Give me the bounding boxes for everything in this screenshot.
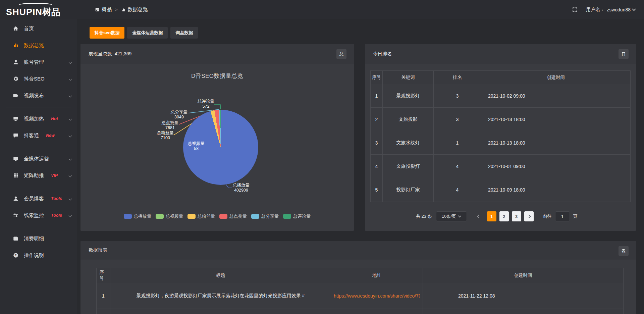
pagination-total: 共 23 条 [416, 213, 432, 219]
sliders-icon [13, 212, 19, 218]
page-button-1[interactable]: 1 [487, 211, 496, 221]
tab-media-ops-data[interactable]: 全媒体运营数据 [127, 27, 168, 39]
pie-chart-title: D音SEO数据量总览 [80, 72, 354, 80]
pie-callout-fans: 总粉丝量7100 [157, 130, 174, 141]
chevron-down-icon [632, 7, 636, 11]
legend-item-shares[interactable]: 总分享量 [251, 213, 279, 219]
page-button-3[interactable]: 3 [512, 211, 521, 221]
user-icon [13, 59, 19, 65]
sidebar-item-matrix-boost[interactable]: 矩阵助推 VIP [0, 167, 77, 184]
sidebar-divider [6, 187, 71, 187]
sidebar-item-label: 视频发布 [24, 93, 44, 99]
table-row: 1 景观投影灯 3 2021-10-02 09:00 [371, 84, 630, 108]
sidebar-item-video-publish[interactable]: 视频发布 [0, 87, 77, 104]
pie-callout-comments: 总评论量572 [198, 99, 214, 109]
table-row: 1 景观投影灯，夜游景观投影灯厂家展示展示落花灯在花园里的灯光投影应用效果 # … [97, 283, 623, 309]
vip-tag: VIP [51, 173, 58, 178]
pagination: 共 23 条 10条/页 1 2 3 前往 页 [416, 211, 578, 222]
ranking-panel: 今日排名 日 序号 关键词 排名 创建时间 1 景观投影灯 3 2021-10-… [365, 44, 636, 231]
sidebar-item-doukettong[interactable]: 抖客通 New [0, 127, 77, 144]
report-table: 序号 标题 地址 创建时间 1 景观投影灯，夜游景观投影灯厂家展示展示落花灯在花… [96, 268, 624, 314]
tab-douyin-seo-data[interactable]: 抖音seo数据 [90, 27, 124, 39]
col-header-rank: 排名 [434, 71, 481, 84]
goto-page-input[interactable] [555, 211, 570, 221]
breadcrumb: 树品 > 数据总览 [95, 0, 148, 19]
fullscreen-icon[interactable] [572, 7, 578, 13]
sidebar-divider [6, 147, 71, 147]
logo-text-en: SHUPIN [6, 7, 42, 17]
table-row: 2 文旅投影 3 2021-10-13 18:00 [371, 108, 630, 131]
goto-label: 前往 [543, 213, 552, 219]
tab-inquiry-data[interactable]: 询盘数据 [170, 27, 198, 39]
day-badge[interactable]: 日 [619, 49, 629, 59]
legend-item-videos[interactable]: 总视频量 [156, 213, 183, 219]
col-header-created: 创建时间 [481, 71, 630, 84]
sidebar-item-member-burst[interactable]: 会员爆客 Tools [0, 190, 77, 207]
sidebar-item-video-heat[interactable]: 视频加热 Hot [0, 110, 77, 127]
pie-callout-likes: 总点赞量7681 [162, 120, 178, 130]
prev-page-button[interactable] [476, 215, 482, 218]
sidebar-item-label: 首页 [24, 25, 34, 32]
pie-legend: 总播放量 总视频量 总粉丝量 总点赞量 总分享量 总评论量 [80, 213, 354, 219]
legend-item-fans[interactable]: 总粉丝量 [187, 213, 215, 219]
page-size-select[interactable]: 10条/页 [436, 211, 467, 221]
user-menu[interactable]: 用户名：zswodun88 [586, 7, 635, 13]
breadcrumb-item-current[interactable]: 数据总览 [121, 6, 148, 13]
sidebar-item-label: 抖音SEO [24, 76, 45, 82]
video-link[interactable]: https://www.iesdouyin.com/share/video/70… [334, 293, 420, 299]
question-icon: ? [13, 252, 19, 258]
ranking-table-header: 序号 关键词 排名 创建时间 [371, 71, 630, 84]
ranking-panel-title: 今日排名 [365, 44, 636, 64]
sidebar-divider [6, 107, 71, 107]
top-bar: SHUPIN树品 树品 > 数据总览 用户名：zswodun88 [0, 0, 644, 19]
sidebar-item-home[interactable]: 首页 [0, 20, 77, 37]
page-button-2[interactable]: 2 [499, 211, 509, 221]
legend-item-plays[interactable]: 总播放量 [124, 213, 151, 219]
legend-swatch [156, 214, 164, 219]
pie-callout-shares: 总分享量3049 [171, 110, 187, 120]
impressions-panel: 展现量总数: 421,369 总 D音SEO数据量总览 总评论量572 总分享量… [80, 44, 354, 231]
sidebar: 首页 数据总览 账号管理 抖音SEO 视频发布 视频加热 Hot 抖客通 New… [0, 19, 77, 314]
brand-logo: SHUPIN树品 [6, 3, 80, 17]
col-header-index: 序号 [97, 268, 110, 283]
table-row: 3 文旅水纹灯 1 2021-10-13 18:00 [371, 131, 630, 155]
gear-icon [13, 76, 19, 82]
sidebar-item-label: 线索监控 [24, 212, 44, 219]
table-badge[interactable]: 表 [619, 246, 629, 256]
total-badge[interactable]: 总 [336, 49, 346, 59]
monitor-icon [13, 156, 19, 162]
chevron-down-icon [69, 214, 72, 217]
home-icon [13, 25, 19, 32]
sidebar-item-label: 账号管理 [24, 59, 44, 65]
legend-swatch [187, 214, 196, 219]
legend-item-likes[interactable]: 总点赞量 [219, 213, 247, 219]
hot-tag: Hot [51, 116, 58, 121]
pie-callout-plays: 总播放量402909 [233, 183, 250, 193]
main-content: 抖音seo数据 全媒体运营数据 询盘数据 展现量总数: 421,369 总 D音… [77, 19, 644, 314]
chevron-down-icon [69, 134, 72, 137]
sidebar-item-label: 视频加热 [24, 116, 44, 122]
chevron-down-icon [69, 197, 72, 200]
sidebar-item-data-overview[interactable]: 数据总览 [0, 37, 77, 54]
sidebar-item-spend-detail[interactable]: 消费明细 [0, 230, 77, 247]
sidebar-item-account[interactable]: 账号管理 [0, 54, 77, 70]
legend-item-comments[interactable]: 总评论量 [283, 213, 311, 219]
next-page-button[interactable] [524, 211, 534, 221]
breadcrumb-item-home[interactable]: 树品 [95, 6, 112, 13]
report-panel: 数据报表 表 序号 标题 地址 创建时间 1 景观投影灯，夜游景观投影灯厂家展示… [80, 241, 636, 314]
sidebar-item-label: 全媒体运营 [24, 156, 49, 162]
chevron-down-icon [69, 94, 72, 97]
sidebar-item-douyin-seo[interactable]: 抖音SEO [0, 70, 77, 87]
member-icon [13, 196, 19, 202]
col-header-title: 标题 [110, 268, 331, 283]
new-tag: New [46, 133, 55, 138]
legend-swatch [283, 214, 291, 219]
username-label: 用户名： [586, 7, 605, 13]
table-row: 5 投影灯厂家 4 2021-10-09 18:00 [371, 178, 630, 202]
chevron-left-icon [477, 214, 481, 218]
grid-icon [13, 172, 19, 178]
report-table-header: 序号 标题 地址 创建时间 [97, 268, 623, 283]
sidebar-item-media-ops[interactable]: 全媒体运营 [0, 150, 77, 167]
sidebar-item-lead-monitor[interactable]: 线索监控 Tools [0, 207, 77, 224]
sidebar-item-help[interactable]: ? 操作说明 [0, 247, 77, 264]
